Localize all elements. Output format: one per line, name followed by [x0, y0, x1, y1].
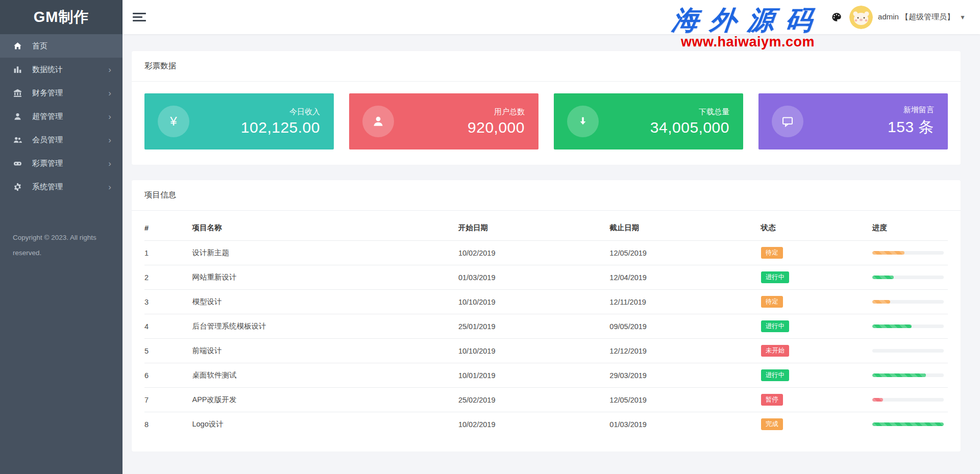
table-header-row: # 项目名称 开始日期 截止日期 状态 进度	[144, 215, 948, 241]
sidebar-item-superadmin[interactable]: 超管管理 ›	[0, 105, 122, 128]
progress-bar	[872, 276, 944, 279]
sidebar-item-lottery[interactable]: 彩票管理 ›	[0, 152, 122, 175]
cell-num: 7	[144, 388, 192, 412]
stat-card-users: 用户总数 920,000	[349, 93, 538, 149]
stat-value: 102,125.00	[241, 119, 320, 136]
stat-label: 今日收入	[241, 107, 320, 117]
cell-start-date: 10/10/2019	[458, 339, 609, 363]
menu-icon	[133, 16, 142, 18]
status-badge: 完成	[761, 418, 783, 430]
stat-label: 用户总数	[468, 107, 525, 117]
cell-start-date: 10/02/2019	[458, 241, 609, 265]
cell-progress	[872, 265, 948, 290]
sidebar-item-label: 系统管理	[32, 182, 108, 192]
cell-progress	[872, 388, 948, 412]
stat-card-income: ¥ 今日收入 102,125.00	[144, 93, 334, 149]
user-menu[interactable]: admin 【超级管理员】 ▼	[849, 6, 966, 29]
cell-num: 1	[144, 241, 192, 265]
cell-num: 4	[144, 314, 192, 339]
cell-status: 完成	[761, 412, 872, 437]
cell-name: 前端设计	[192, 339, 458, 363]
progress-bar	[872, 373, 944, 377]
status-badge: 进行中	[761, 320, 790, 332]
chevron-right-icon: ›	[108, 183, 111, 191]
content: 彩票数据 ¥ 今日收入 102,125.00 用户总数 920,000	[122, 34, 980, 467]
cell-end-date: 12/05/2019	[609, 388, 761, 412]
stat-label: 新增留言	[888, 105, 934, 115]
cell-name: APP改版开发	[192, 388, 458, 412]
cell-num: 2	[144, 265, 192, 290]
progress-fill	[872, 300, 890, 304]
cell-progress	[872, 412, 948, 437]
progress-bar	[872, 349, 944, 353]
cell-status: 进行中	[761, 314, 872, 339]
cell-num: 5	[144, 339, 192, 363]
sidebar-item-members[interactable]: 会员管理 ›	[0, 128, 122, 152]
table-row: 1设计新主题10/02/201912/05/2019待定	[144, 241, 948, 265]
status-badge: 进行中	[761, 369, 790, 381]
status-badge: 未开始	[761, 345, 790, 357]
cell-progress	[872, 363, 948, 388]
chevron-right-icon: ›	[108, 159, 111, 168]
caret-down-icon: ▼	[960, 14, 966, 21]
sidebar-item-label: 超管管理	[32, 112, 108, 121]
sidebar-item-label: 数据统计	[32, 65, 108, 74]
stat-value: 153 条	[888, 117, 934, 138]
cell-end-date: 09/05/2019	[609, 314, 761, 339]
sidebar-item-system[interactable]: 系统管理 ›	[0, 175, 122, 198]
project-table-wrap: # 项目名称 开始日期 截止日期 状态 进度 1设计新主题10/02/20191…	[132, 211, 961, 452]
progress-bar	[872, 300, 944, 304]
users-icon	[13, 135, 22, 144]
comment-icon	[772, 106, 803, 137]
chevron-right-icon: ›	[108, 136, 111, 144]
cell-start-date: 10/10/2019	[458, 290, 609, 314]
cell-start-date: 10/02/2019	[458, 412, 609, 437]
cell-end-date: 12/12/2019	[609, 339, 761, 363]
user-icon	[13, 112, 22, 121]
cell-start-date: 10/01/2019	[458, 363, 609, 388]
cell-start-date: 25/01/2019	[458, 314, 609, 339]
sidebar-item-finance[interactable]: 财务管理 ›	[0, 81, 122, 105]
cell-end-date: 12/05/2019	[609, 241, 761, 265]
app-logo: GM制作	[0, 0, 122, 34]
theme-palette-button[interactable]	[831, 12, 842, 23]
sidebar-item-data-stats[interactable]: 数据统计 ›	[0, 58, 122, 81]
table-row: 3模型设计10/10/201912/11/2019待定	[144, 290, 948, 314]
yen-icon: ¥	[158, 106, 189, 137]
col-header-progress: 进度	[872, 215, 948, 241]
cell-start-date: 25/02/2019	[458, 388, 609, 412]
cell-progress	[872, 314, 948, 339]
stat-cards: ¥ 今日收入 102,125.00 用户总数 920,000	[132, 82, 961, 165]
download-icon	[567, 106, 599, 137]
table-row: 8Logo设计10/02/201901/03/2019完成	[144, 412, 948, 437]
progress-fill	[872, 276, 894, 279]
top-bar: admin 【超级管理员】 ▼	[122, 0, 980, 34]
project-table: # 项目名称 开始日期 截止日期 状态 进度 1设计新主题10/02/20191…	[144, 215, 948, 436]
sidebar-item-home[interactable]: 首页	[0, 34, 122, 58]
cell-status: 进行中	[761, 363, 872, 388]
progress-bar	[872, 422, 944, 426]
status-badge: 待定	[761, 296, 783, 308]
stat-value: 34,005,000	[650, 119, 729, 136]
stat-value: 920,000	[468, 119, 525, 136]
status-badge: 暂停	[761, 394, 783, 406]
main-area: 海外源码 www.haiwaiym.com admin 【超级管理员】 ▼ 彩票…	[122, 0, 980, 474]
chevron-right-icon: ›	[108, 112, 111, 121]
menu-toggle-button[interactable]	[133, 9, 146, 26]
stat-card-messages: 新增留言 153 条	[758, 93, 948, 149]
avatar[interactable]	[849, 6, 873, 29]
gamepad-icon	[13, 159, 22, 168]
topbar-right: admin 【超级管理员】 ▼	[831, 6, 966, 29]
progress-fill	[872, 325, 912, 328]
table-row: 6桌面软件测试10/01/201929/03/2019进行中	[144, 363, 948, 388]
cell-name: 后台管理系统模板设计	[192, 314, 458, 339]
col-header-name: 项目名称	[192, 215, 458, 241]
progress-bar	[872, 325, 944, 328]
progress-fill	[872, 251, 904, 255]
cell-status: 待定	[761, 241, 872, 265]
project-info-panel: 项目信息 # 项目名称 开始日期 截止日期 状态 进度	[132, 180, 961, 452]
cell-status: 进行中	[761, 265, 872, 290]
col-header-status: 状态	[761, 215, 872, 241]
cell-end-date: 12/11/2019	[609, 290, 761, 314]
cell-num: 6	[144, 363, 192, 388]
